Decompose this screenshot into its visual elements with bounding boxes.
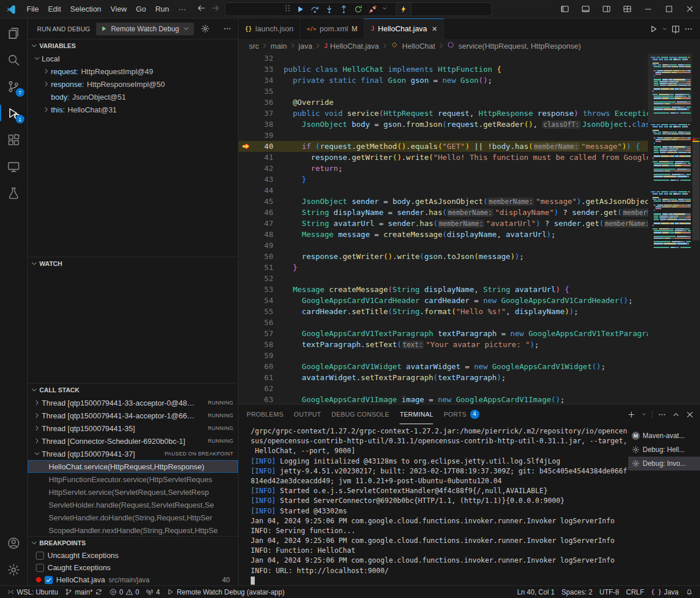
debug-toolbar-grip[interactable] (283, 3, 292, 14)
debug-step-into-button[interactable] (322, 3, 336, 16)
code-text[interactable]: private static final Gson gson = new Gso… (273, 75, 648, 86)
gutter-glyph[interactable] (239, 251, 254, 262)
callstack-frame[interactable]: ScopedHandler.nextHandle(String,Request,… (28, 524, 238, 536)
code-line[interactable]: 57 GoogleAppsCardV1TextParagraph textPar… (239, 328, 648, 339)
minimap[interactable] (648, 53, 692, 404)
status-eol[interactable]: CRLF (622, 586, 647, 598)
close-panel-button[interactable] (686, 410, 694, 419)
maximize-button[interactable] (658, 0, 679, 18)
gutter-glyph[interactable] (239, 53, 254, 64)
panel-tab-problems[interactable]: PROBLEMS (247, 404, 284, 424)
gutter-glyph[interactable] (239, 339, 254, 350)
terminal-instance[interactable]: MMaven-avat... (628, 429, 700, 443)
code-line[interactable]: 35 (239, 86, 648, 97)
status-remote[interactable]: WSL: Ubuntu (3, 586, 61, 598)
menu-view[interactable]: View (106, 5, 131, 13)
code-text[interactable]: JsonObject body = gson.fromJson(request.… (273, 119, 648, 130)
close-button[interactable] (679, 0, 700, 18)
tab-HelloChat.java[interactable]: JHelloChat.java✕ (364, 19, 444, 39)
breakpoint-row[interactable]: HelloChat.javasrc/main/java40 (28, 574, 238, 585)
customize-layout-button[interactable] (617, 0, 637, 18)
gutter-glyph[interactable] (239, 185, 254, 196)
toggle-sidebar-button[interactable] (554, 0, 575, 18)
hot-code-replace-button[interactable] (395, 2, 411, 16)
activitybar-remote-explorer[interactable] (0, 153, 27, 180)
panel-tab-output[interactable]: OUTPUT (294, 404, 321, 424)
gutter-glyph[interactable] (239, 317, 254, 328)
disconnect-dropdown-chevron-icon[interactable] (381, 5, 387, 13)
callstack-frame[interactable]: HttpServlet.service(ServletRequest,Servl… (28, 486, 238, 498)
code-text[interactable]: response.getWriter().write("Hello! This … (273, 152, 648, 163)
code-line[interactable]: 38 JsonObject body = gson.fromJson(reque… (239, 119, 648, 130)
code-line[interactable]: 56 (239, 317, 648, 328)
code-line[interactable]: 52 (239, 273, 648, 284)
gutter-glyph[interactable] (239, 75, 254, 86)
gutter-glyph[interactable] (239, 174, 254, 185)
terminal-instance[interactable]: Debug: Invo... (628, 457, 700, 471)
status-language[interactable]: { }Java (648, 586, 682, 598)
gutter-glyph[interactable] (239, 229, 254, 240)
code-text[interactable]: String avatarUrl = sender.has(memberName… (273, 218, 648, 229)
activitybar-run-and-debug[interactable]: 1 (0, 100, 27, 126)
gutter-glyph[interactable] (239, 262, 254, 273)
status-indentation[interactable]: Spaces: 2 (558, 586, 596, 598)
code-text[interactable]: Message createMessage(String displayName… (273, 284, 648, 295)
activitybar-search[interactable] (0, 46, 27, 73)
activitybar-manage[interactable] (0, 556, 27, 583)
code-line[interactable]: 55 cardHeader.setTitle(String.format("He… (239, 306, 648, 317)
callstack-thread[interactable]: Thread [Connector-Scheduler-6920b0bc-1]R… (28, 435, 238, 447)
callstack-thread[interactable]: Thread [qtp1500079441-37]PAUSED ON BREAK… (28, 447, 238, 460)
variable-row[interactable]: this:HelloChat@31 (28, 103, 238, 116)
close-tab-button[interactable]: ✕ (431, 25, 437, 33)
activitybar-source-control[interactable]: 7 (0, 73, 27, 100)
code-text[interactable]: GoogleAppsCardV1Widget avatarWidget = ne… (273, 361, 648, 372)
gutter-glyph[interactable] (239, 394, 254, 404)
gutter-glyph[interactable] (239, 328, 254, 339)
code-text[interactable]: return; (273, 163, 648, 174)
breakpoint-checkbox[interactable] (36, 564, 44, 572)
gutter-glyph[interactable] (239, 218, 254, 229)
variable-row[interactable]: body:JsonObject@51 (28, 90, 238, 103)
menu-file[interactable]: File (22, 5, 43, 13)
breadcrumb-item[interactable]: HelloChat (390, 41, 437, 50)
debug-settings-gear-button[interactable] (200, 23, 210, 35)
breakpoint-checkbox[interactable] (36, 552, 44, 560)
code-text[interactable] (273, 383, 648, 394)
variable-row[interactable]: response:HttpResponseImpl@50 (28, 78, 238, 90)
code-line[interactable]: 43 } (239, 174, 648, 185)
gutter-glyph[interactable] (239, 86, 254, 97)
code-text[interactable]: } (273, 174, 648, 185)
code-text[interactable]: GoogleAppsCardV1Image image = new Google… (273, 394, 648, 404)
code-text[interactable]: GoogleAppsCardV1CardHeader cardHeader = … (273, 295, 648, 306)
forward-arrow[interactable] (210, 3, 219, 14)
panel-tab-debug-console[interactable]: DEBUG CONSOLE (332, 404, 390, 424)
gutter-glyph[interactable] (239, 207, 254, 218)
breakpoint-checkbox[interactable] (45, 576, 53, 584)
split-editor-button[interactable] (671, 24, 680, 34)
terminal-output[interactable]: /grpc/grpc-context/1.27.2/grpc-context-1… (239, 424, 628, 585)
code-line[interactable]: 45 JsonObject sender = body.getAsJsonObj… (239, 196, 648, 207)
debug-disconnect-button[interactable] (366, 3, 379, 16)
gutter-glyph[interactable] (239, 350, 254, 361)
breakpoint-row[interactable]: Uncaught Exceptions (28, 549, 238, 561)
variable-row[interactable]: request:HttpRequestImpl@49 (28, 65, 238, 78)
gutter-glyph[interactable] (239, 108, 254, 119)
panel-tab-ports[interactable]: PORTS4 (444, 404, 479, 424)
code-line[interactable]: 46 String displayName = sender.has(membe… (239, 207, 648, 218)
back-arrow[interactable] (196, 3, 206, 14)
code-text[interactable]: public void service(HttpRequest request,… (273, 108, 648, 119)
code-line[interactable]: 53 Message createMessage(String displayN… (239, 284, 648, 295)
gutter-glyph[interactable] (239, 372, 254, 383)
code-area[interactable]: 3233public class HelloChat implements Ht… (239, 53, 648, 404)
status-problems[interactable]: 00 (106, 586, 142, 598)
code-line[interactable]: 50 response.getWriter().write(gson.toJso… (239, 251, 648, 262)
tab-launch.json[interactable]: {}launch.json (239, 19, 300, 39)
gutter-glyph[interactable] (239, 284, 254, 295)
code-text[interactable]: String displayName = sender.has(memberNa… (273, 207, 648, 218)
code-text[interactable] (273, 86, 648, 97)
editor-scrollbar[interactable] (692, 53, 700, 404)
breadcrumb-item[interactable]: src (248, 42, 260, 50)
breakpoint-row[interactable]: Caught Exceptions (28, 561, 238, 574)
breadcrumb-item[interactable]: JHelloChat.java (322, 42, 380, 50)
activitybar-explorer[interactable] (0, 20, 27, 46)
